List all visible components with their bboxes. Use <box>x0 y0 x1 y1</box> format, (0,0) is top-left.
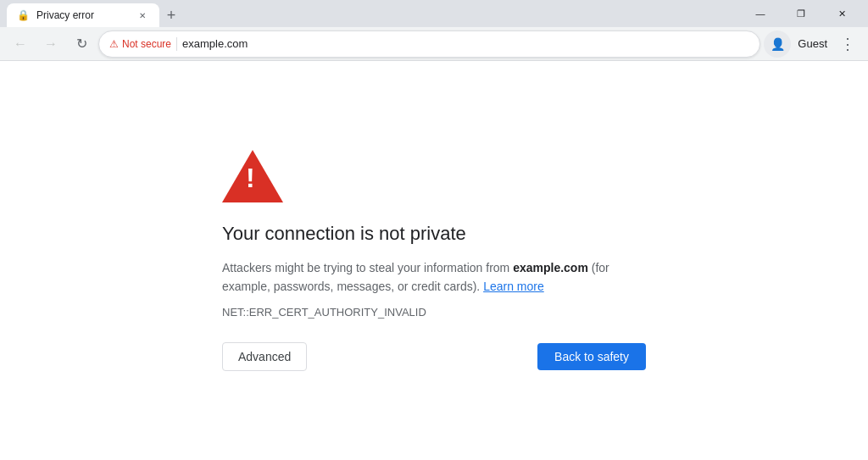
title-bar: 🔒 Privacy error ✕ + — ❐ ✕ <box>0 0 868 27</box>
not-secure-indicator: ⚠ Not secure <box>109 38 171 50</box>
close-window-button[interactable]: ✕ <box>822 0 861 27</box>
triangle-icon <box>222 150 283 202</box>
window-chrome: 🔒 Privacy error ✕ + — ❐ ✕ ← → ↻ ⚠ Not se… <box>0 0 868 61</box>
tab-favicon-icon: 🔒 <box>17 9 30 21</box>
new-tab-button[interactable]: + <box>159 3 183 27</box>
profile-icon: 👤 <box>771 37 785 51</box>
chrome-menu-button[interactable]: ⋮ <box>834 30 861 58</box>
refresh-button[interactable]: ↻ <box>68 30 95 58</box>
window-controls: — ❐ ✕ <box>741 0 861 27</box>
warning-icon: ⚠ <box>109 38 119 50</box>
address-bar[interactable]: ⚠ Not secure example.com <box>98 30 760 58</box>
error-body-prefix: Attackers might be trying to steal your … <box>222 261 513 274</box>
forward-button[interactable]: → <box>37 30 64 58</box>
error-warning-icon <box>222 150 283 206</box>
back-to-safety-button[interactable]: Back to safety <box>537 343 646 370</box>
minimize-button[interactable]: — <box>741 0 780 27</box>
error-body: Attackers might be trying to steal your … <box>222 258 646 297</box>
page-content: Your connection is not private Attackers… <box>0 61 868 460</box>
title-bar-left: 🔒 Privacy error ✕ + <box>7 0 183 27</box>
browser-tab[interactable]: 🔒 Privacy error ✕ <box>7 3 159 27</box>
tab-title: Privacy error <box>36 9 129 21</box>
error-container: Your connection is not private Attackers… <box>222 150 646 372</box>
not-secure-label: Not secure <box>122 38 171 50</box>
navigation-bar: ← → ↻ ⚠ Not secure example.com 👤 Guest ⋮ <box>0 27 868 61</box>
error-title: Your connection is not private <box>222 223 466 245</box>
learn-more-link[interactable]: Learn more <box>483 280 544 293</box>
profile-label: Guest <box>798 37 827 50</box>
advanced-button[interactable]: Advanced <box>222 342 307 371</box>
url-text: example.com <box>182 37 248 50</box>
error-code: NET::ERR_CERT_AUTHORITY_INVALID <box>222 306 426 319</box>
tab-close-button[interactable]: ✕ <box>136 8 149 22</box>
omnibox-divider <box>176 37 177 51</box>
profile-button[interactable]: 👤 <box>764 30 791 58</box>
maximize-button[interactable]: ❐ <box>782 0 821 27</box>
button-row: Advanced Back to safety <box>222 342 646 371</box>
error-domain: example.com <box>513 261 588 274</box>
back-button[interactable]: ← <box>7 30 34 58</box>
